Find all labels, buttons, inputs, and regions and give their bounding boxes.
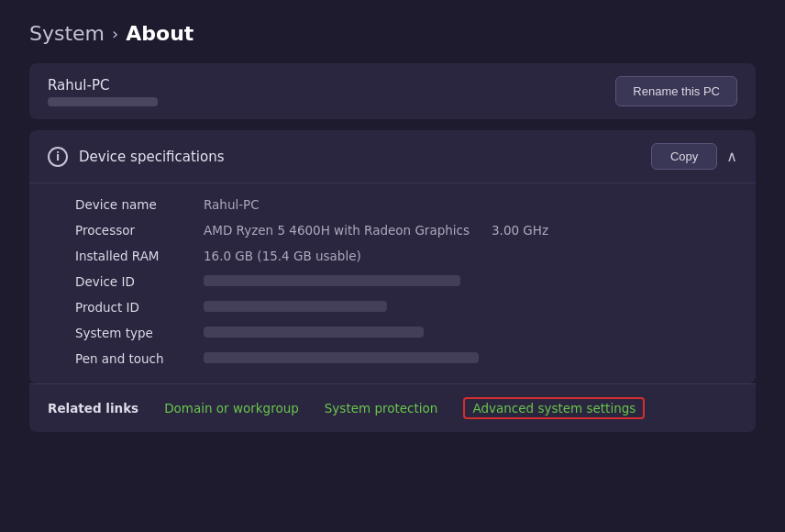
specs-card: i Device specifications Copy ∧ Device na… (29, 130, 756, 383)
info-icon: i (48, 147, 68, 167)
spec-value-device-name: Rahul-PC (204, 197, 737, 212)
breadcrumb-chevron-icon: › (112, 24, 118, 43)
specs-header: i Device specifications Copy ∧ (29, 130, 756, 183)
rename-pc-button[interactable]: Rename this PC (615, 76, 737, 106)
spec-row-device-id: Device ID (75, 270, 737, 294)
related-link-advanced-settings[interactable]: Advanced system settings (463, 397, 645, 419)
processor-speed: 3.00 GHz (492, 223, 548, 238)
pen-touch-blurred (204, 352, 479, 363)
breadcrumb-about: About (126, 22, 193, 45)
related-link-system-protection[interactable]: System protection (325, 401, 438, 416)
spec-value-pen-touch (204, 351, 737, 366)
device-id-blurred (204, 275, 460, 286)
spec-value-system-type (204, 326, 737, 340)
spec-label-processor: Processor (75, 223, 204, 238)
spec-value-processor: AMD Ryzen 5 4600H with Radeon Graphics 3… (204, 223, 737, 238)
pc-name-label: Rahul-PC (48, 77, 158, 94)
related-links: Related links Domain or workgroup System… (29, 383, 756, 432)
specs-title: Device specifications (79, 149, 224, 165)
spec-row-device-name: Device name Rahul-PC (75, 193, 737, 216)
pc-name-card: Rahul-PC Rename this PC (29, 63, 756, 119)
spec-label-system-type: System type (75, 326, 204, 340)
spec-row-ram: Installed RAM 16.0 GB (15.4 GB usable) (75, 244, 737, 268)
breadcrumb-system: System (29, 22, 105, 45)
copy-button[interactable]: Copy (651, 143, 717, 170)
breadcrumb: System › About (29, 22, 756, 45)
processor-name: AMD Ryzen 5 4600H with Radeon Graphics (204, 223, 470, 238)
pc-name-sub-blurred (48, 97, 158, 106)
specs-body: Device name Rahul-PC Processor AMD Ryzen… (29, 183, 756, 383)
spec-label-pen-touch: Pen and touch (75, 351, 204, 366)
spec-row-processor: Processor AMD Ryzen 5 4600H with Radeon … (75, 218, 737, 242)
spec-row-system-type: System type (75, 321, 737, 345)
spec-row-product-id: Product ID (75, 295, 737, 319)
product-id-blurred (204, 301, 387, 312)
specs-header-left: i Device specifications (48, 147, 224, 167)
related-links-label: Related links (48, 401, 138, 416)
spec-label-ram: Installed RAM (75, 249, 204, 263)
specs-header-right: Copy ∧ (651, 143, 737, 170)
spec-row-pen-touch: Pen and touch (75, 347, 737, 371)
system-type-blurred (204, 327, 424, 338)
spec-label-device-id: Device ID (75, 274, 204, 289)
page-container: System › About Rahul-PC Rename this PC i… (0, 0, 785, 532)
related-link-domain[interactable]: Domain or workgroup (164, 401, 299, 416)
specs-section: i Device specifications Copy ∧ Device na… (29, 130, 756, 432)
spec-value-device-id (204, 274, 737, 289)
spec-label-product-id: Product ID (75, 300, 204, 315)
spec-value-product-id (204, 300, 737, 315)
pc-name-info: Rahul-PC (48, 77, 158, 106)
spec-label-device-name: Device name (75, 197, 204, 212)
spec-value-ram: 16.0 GB (15.4 GB usable) (204, 249, 737, 263)
chevron-up-icon[interactable]: ∧ (726, 148, 737, 165)
